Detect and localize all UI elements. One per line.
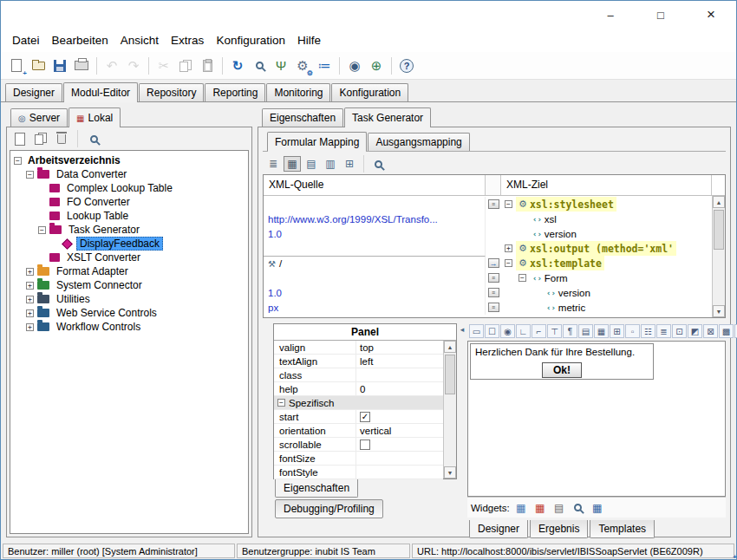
property-value[interactable] [356, 438, 443, 451]
mapping-import-icon[interactable]: ▤ [303, 156, 320, 172]
source-cell[interactable] [264, 241, 486, 256]
source-cell[interactable]: 1.0 [264, 285, 486, 300]
spacer-widget-icon[interactable]: ▫ [625, 324, 640, 338]
tree-item-web-service-controls[interactable]: +Web Service Controls [10, 306, 248, 320]
expander-icon[interactable]: − [277, 399, 285, 407]
delete-module-icon[interactable] [53, 130, 70, 147]
target-cell[interactable]: −‹›Form [501, 270, 712, 285]
property-value[interactable] [356, 368, 443, 381]
checkbox[interactable]: ✓ [360, 412, 370, 422]
add-table-widget-icon[interactable]: ⊞ [610, 324, 624, 338]
refresh-icon[interactable]: ↻ [227, 55, 248, 76]
list-widget-icon[interactable]: ≣ [656, 324, 671, 338]
copy-module-icon[interactable] [32, 130, 49, 147]
tab-ergebnis[interactable]: Ergebnis [530, 520, 588, 538]
menu-konfiguration[interactable]: Konfiguration [210, 31, 291, 49]
line-widget-icon[interactable]: ⌐ [532, 324, 546, 338]
scroll-down-icon[interactable]: ▼ [713, 305, 725, 317]
mapping-link-button[interactable]: ≡ [488, 273, 499, 283]
new-module-icon[interactable]: + [11, 130, 29, 147]
table-widget-icon[interactable]: ▤ [578, 324, 593, 338]
property-row-scrollable[interactable]: scrollable [274, 438, 443, 452]
target-cell[interactable]: −⚙xsl:template [501, 256, 712, 270]
tab-debugging-profiling[interactable]: Debugging/Profiling [275, 499, 383, 518]
tab-eigenschaften[interactable]: Eigenschaften [275, 479, 358, 498]
expander-icon[interactable]: − [26, 171, 34, 179]
copy-icon[interactable] [175, 55, 196, 76]
tree-item-fo-converter[interactable]: FO Converter [10, 195, 248, 209]
menu-hilfe[interactable]: Hilfe [291, 31, 327, 49]
task-list-icon[interactable]: ≔ [314, 55, 335, 76]
expander-icon[interactable]: + [26, 309, 34, 317]
mapping-export-icon[interactable]: ▥ [322, 156, 339, 172]
menu-bearbeiten[interactable]: Bearbeiten [46, 31, 114, 49]
scroll-track[interactable] [713, 208, 725, 305]
delete-widget-icon[interactable]: ⊠ [703, 324, 718, 338]
property-row-valign[interactable]: valigntop [274, 341, 443, 355]
corner-widget-icon[interactable]: ∟ [516, 324, 531, 338]
property-row-start[interactable]: start✓ [274, 410, 443, 424]
expander-icon[interactable]: + [26, 323, 34, 331]
open-icon[interactable] [28, 55, 49, 76]
scroll-track[interactable] [444, 353, 456, 466]
cell-widget-icon[interactable]: ⊡ [672, 324, 687, 338]
tab-reporting[interactable]: Reporting [205, 83, 265, 101]
browser-globe-icon[interactable]: ⊕ [366, 55, 387, 76]
tree-item-complex-lookup-table[interactable]: Complex Lookup Table [10, 181, 248, 195]
widgets-form-icon[interactable]: ▦ [532, 501, 548, 515]
tree-item-lookup-table[interactable]: Lookup Table [10, 209, 248, 223]
minimize-button[interactable]: – [585, 1, 636, 29]
mapping-link-button[interactable]: ≡ [488, 288, 499, 297]
source-cell[interactable]: 1.0 [264, 226, 486, 241]
mapping-arrow-button[interactable]: → [488, 258, 499, 268]
tab-repository[interactable]: Repository [139, 83, 204, 101]
expander-icon[interactable]: − [505, 200, 512, 208]
tab-templates[interactable]: Templates [590, 520, 655, 538]
help-icon[interactable]: ? [396, 55, 417, 76]
new-document-icon[interactable]: + [6, 55, 27, 76]
tree-item-displayfeedback[interactable]: DisplayFeedback [10, 237, 248, 251]
property-row-fontsize[interactable]: fontSize [274, 452, 443, 466]
tab-designer[interactable]: Designer [469, 520, 528, 538]
target-cell[interactable]: +⚙xsl:output (method='xml' [501, 241, 712, 256]
tree-item-arbeitsverzeichnis[interactable]: −Arbeitsverzeichnis [10, 153, 248, 167]
save-icon[interactable] [49, 55, 70, 76]
checkbox-widget-icon[interactable]: ☐ [485, 324, 499, 338]
rows-widget-icon[interactable]: ☷ [641, 324, 655, 338]
form-canvas[interactable]: Herzlichen Dank für Ihre Bestellung. Ok! [467, 341, 726, 497]
source-cell[interactable]: http://www.w3.org/1999/XSL/Transfo... [264, 212, 486, 226]
scroll-up-icon[interactable]: ▲ [713, 196, 725, 208]
tree-item-data-converter[interactable]: −Data Converter [10, 167, 248, 181]
property-value[interactable] [356, 466, 443, 479]
property-value[interactable]: 0 [356, 382, 443, 395]
mapping-transfer-icon[interactable]: ⊞ [341, 156, 358, 172]
print-icon[interactable] [71, 55, 92, 76]
mapping-link-button[interactable]: ≡ [488, 303, 499, 312]
property-value[interactable] [356, 452, 443, 465]
tree-item-workflow-controls[interactable]: +Workflow Controls [10, 320, 248, 334]
source-cell[interactable] [264, 270, 486, 285]
property-row-help[interactable]: help0 [274, 382, 443, 396]
tree-item-xslt-converter[interactable]: XSLT Converter [10, 251, 248, 264]
mapping-scrollbar[interactable]: ▲ ▼ [712, 196, 725, 317]
property-row-orientation[interactable]: orientationvertical [274, 424, 443, 438]
monitor-eye-icon[interactable]: ◉ [344, 55, 365, 76]
splitter-collapse-icon[interactable]: ◂ [460, 325, 465, 334]
header-widget-icon[interactable]: ⊤ [547, 324, 562, 338]
expander-icon[interactable]: − [519, 274, 526, 282]
scroll-thumb[interactable] [445, 355, 455, 394]
radio-widget-icon[interactable]: ◉ [500, 324, 515, 338]
property-section-spezifisch[interactable]: −Spezifisch [274, 396, 443, 410]
expander-icon[interactable]: − [38, 226, 46, 234]
expander-icon[interactable]: − [505, 259, 512, 267]
tab-server[interactable]: ◎Server [10, 108, 68, 127]
scroll-up-icon[interactable]: ▲ [444, 341, 456, 353]
property-value[interactable]: left [356, 355, 443, 368]
widgets-table-icon[interactable]: ▦ [513, 501, 529, 515]
property-value[interactable]: vertical [356, 424, 443, 437]
widgets-grid-icon[interactable]: ▤ [551, 501, 567, 515]
property-row-fontstyle[interactable]: fontStyle [274, 466, 443, 479]
form-preview[interactable]: Herzlichen Dank für Ihre Bestellung. Ok! [470, 343, 654, 380]
ok-button[interactable]: Ok! [542, 362, 582, 378]
image-widget-icon[interactable]: ◩ [688, 324, 702, 338]
